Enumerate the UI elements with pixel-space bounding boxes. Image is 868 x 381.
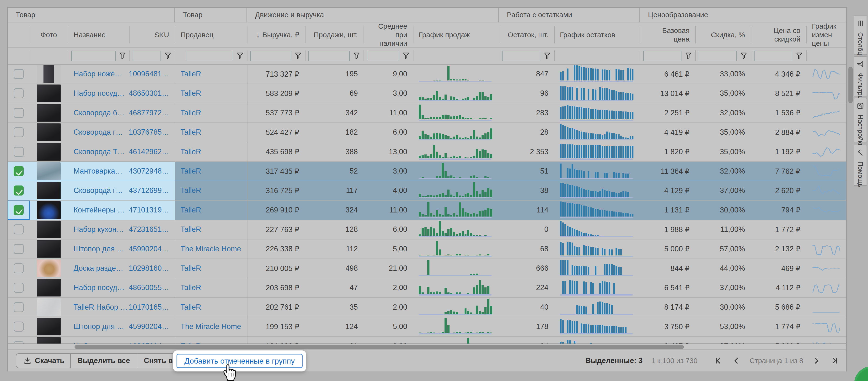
product-name-link[interactable]: Доска разде… bbox=[73, 264, 123, 273]
product-sku-link[interactable]: 10298160… bbox=[129, 264, 169, 273]
seller-link[interactable]: TalleR bbox=[181, 148, 201, 156]
product-sku-link[interactable]: 45990204… bbox=[129, 322, 169, 331]
filter-input-price[interactable] bbox=[754, 51, 792, 61]
product-sku-link[interactable]: 10365094… bbox=[129, 342, 169, 344]
product-photo[interactable] bbox=[37, 318, 61, 336]
product-sku-link[interactable]: 46142962… bbox=[129, 148, 169, 156]
product-name-link[interactable]: Штопор для … bbox=[73, 322, 124, 331]
column-header-sku[interactable]: SKU bbox=[129, 22, 175, 48]
filter-input-revenue[interactable] bbox=[250, 51, 291, 61]
filter-input-seller[interactable] bbox=[187, 51, 233, 61]
next-page-button[interactable] bbox=[812, 356, 822, 366]
product-photo[interactable] bbox=[37, 85, 61, 102]
seller-link[interactable]: TalleR bbox=[181, 167, 201, 176]
column-header-seller[interactable]: Продавец bbox=[175, 22, 247, 48]
product-name-link[interactable]: Мантоварка… bbox=[73, 167, 123, 176]
product-photo[interactable] bbox=[37, 104, 61, 122]
add-to-group-button[interactable]: Добавить отмеченные в группу bbox=[177, 354, 303, 368]
column-header-sales[interactable]: Продажи, шт. bbox=[305, 22, 364, 48]
row-checkbox[interactable] bbox=[13, 69, 24, 79]
row-checkbox[interactable] bbox=[13, 147, 24, 157]
product-name-link[interactable]: Набор посуд… bbox=[73, 342, 125, 344]
tab-columns[interactable]: Столбцы bbox=[854, 15, 867, 55]
product-sku-link[interactable]: 48650301… bbox=[129, 89, 169, 98]
horizontal-scrollbar[interactable] bbox=[74, 345, 684, 349]
product-sku-link[interactable]: 45990204… bbox=[129, 245, 169, 253]
column-header-discount[interactable]: Скидка, % bbox=[695, 22, 751, 48]
column-header-sales_chart[interactable]: График продаж bbox=[413, 22, 499, 48]
product-photo[interactable] bbox=[37, 279, 61, 296]
seller-link[interactable]: The Miracle Home bbox=[181, 245, 241, 253]
product-photo[interactable] bbox=[37, 123, 61, 141]
product-name-link[interactable]: Сковорода г… bbox=[73, 128, 123, 136]
product-photo[interactable] bbox=[37, 337, 61, 344]
row-checkbox[interactable] bbox=[13, 283, 24, 293]
filter-input-sku[interactable] bbox=[133, 51, 161, 61]
filter-input-stock[interactable] bbox=[502, 51, 540, 61]
product-name-link[interactable]: Сковорода б… bbox=[73, 108, 124, 117]
product-name-link[interactable]: Сковорода Т… bbox=[73, 148, 125, 156]
row-checkbox[interactable] bbox=[13, 263, 24, 273]
seller-link[interactable]: TalleR bbox=[181, 342, 201, 344]
seller-link[interactable]: TalleR bbox=[181, 206, 201, 214]
column-header-stock[interactable]: Остаток, шт. bbox=[499, 22, 554, 48]
seller-link[interactable]: TalleR bbox=[181, 186, 201, 195]
filter-input-sales[interactable] bbox=[308, 51, 350, 61]
product-photo[interactable] bbox=[37, 259, 61, 277]
product-photo[interactable] bbox=[37, 143, 61, 161]
filter-input-discount[interactable] bbox=[699, 51, 737, 61]
column-header-stock_chart[interactable]: График остатков bbox=[554, 22, 640, 48]
product-name-link[interactable]: TalleR Набор … bbox=[73, 303, 128, 312]
filter-input-name[interactable] bbox=[71, 51, 116, 61]
tab-settings[interactable]: Настройки bbox=[854, 98, 867, 142]
product-sku-link[interactable]: 47231651… bbox=[129, 225, 169, 234]
filter-input-avg[interactable] bbox=[367, 51, 399, 61]
product-photo[interactable] bbox=[37, 201, 61, 219]
product-photo[interactable] bbox=[37, 182, 61, 199]
product-name-link[interactable]: Сковорода г… bbox=[73, 186, 123, 195]
row-checkbox[interactable] bbox=[13, 224, 24, 234]
product-photo[interactable] bbox=[37, 298, 61, 316]
column-header-name[interactable]: Название bbox=[68, 22, 129, 48]
product-sku-link[interactable]: 47101319… bbox=[129, 206, 169, 214]
seller-link[interactable]: TalleR bbox=[181, 225, 201, 234]
row-checkbox[interactable] bbox=[13, 244, 24, 254]
product-photo[interactable] bbox=[37, 240, 61, 258]
column-header-photo[interactable]: Фото bbox=[30, 22, 68, 48]
first-page-button[interactable] bbox=[713, 356, 723, 366]
row-checkbox[interactable] bbox=[13, 205, 24, 215]
product-sku-link[interactable]: 43712699… bbox=[129, 186, 169, 195]
column-header-base_price[interactable]: Базовая цена bbox=[640, 22, 695, 48]
product-sku-link[interactable]: 48650055… bbox=[129, 283, 169, 292]
column-header-revenue[interactable]: ↓Выручка, ₽ bbox=[247, 22, 305, 48]
seller-link[interactable]: TalleR bbox=[181, 70, 201, 78]
product-name-link[interactable]: Штопор для … bbox=[73, 245, 124, 253]
tab-help[interactable]: Помощь bbox=[854, 145, 867, 186]
product-photo[interactable] bbox=[37, 162, 61, 180]
product-name-link[interactable]: Набор посуд… bbox=[73, 283, 125, 292]
row-checkbox[interactable] bbox=[13, 341, 24, 344]
filter-input-base_price[interactable] bbox=[643, 51, 681, 61]
product-sku-link[interactable]: 10096481… bbox=[129, 70, 169, 78]
row-checkbox[interactable] bbox=[13, 108, 24, 118]
seller-link[interactable]: TalleR bbox=[181, 128, 201, 136]
select-all-button[interactable]: Выделить все bbox=[71, 354, 136, 368]
product-sku-link[interactable]: 46877972… bbox=[129, 108, 169, 117]
product-sku-link[interactable]: 10376785… bbox=[129, 128, 169, 136]
row-checkbox[interactable] bbox=[13, 322, 24, 331]
product-name-link[interactable]: Набор посуд… bbox=[73, 89, 125, 98]
prev-page-button[interactable] bbox=[732, 356, 741, 366]
download-button[interactable]: Скачать bbox=[16, 353, 72, 368]
row-checkbox[interactable] bbox=[13, 302, 24, 312]
row-checkbox[interactable] bbox=[13, 88, 24, 98]
product-name-link[interactable]: Контейнеры … bbox=[73, 206, 125, 214]
row-checkbox[interactable] bbox=[13, 166, 24, 176]
product-sku-link[interactable]: 10170165… bbox=[129, 303, 169, 312]
row-checkbox[interactable] bbox=[13, 186, 24, 195]
row-checkbox[interactable] bbox=[13, 127, 24, 137]
last-page-button[interactable] bbox=[830, 356, 840, 366]
column-header-price_chart[interactable]: График измен цены bbox=[806, 22, 845, 48]
seller-link[interactable]: The Miracle Home bbox=[181, 322, 241, 331]
seller-link[interactable]: TalleR bbox=[181, 283, 201, 292]
chat-widget-bubble[interactable] bbox=[854, 366, 868, 381]
